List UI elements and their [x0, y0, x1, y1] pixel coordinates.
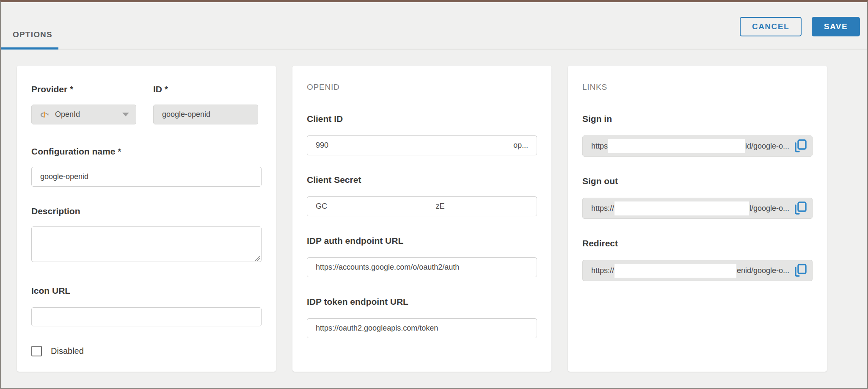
form-content: Provider * OpenId ID *	[1, 50, 867, 372]
description-textarea[interactable]	[31, 226, 262, 262]
sign-out-url-field[interactable]: https:// l/google-o...	[582, 198, 813, 219]
icon-url-label: Icon URL	[31, 286, 262, 296]
redaction-overlay	[614, 264, 736, 278]
client-secret-value-end: zE	[436, 202, 445, 211]
id-input[interactable]	[153, 105, 258, 124]
disabled-checkbox-label: Disabled	[51, 346, 84, 356]
redaction-overlay	[614, 201, 749, 215]
save-button[interactable]: SAVE	[812, 17, 860, 36]
links-section-label: LINKS	[582, 83, 813, 92]
client-id-label: Client ID	[307, 114, 537, 124]
idp-auth-endpoint-label: IDP auth endpoint URL	[307, 236, 537, 246]
toolbar: OPTIONS CANCEL SAVE	[1, 2, 867, 50]
copy-icon	[794, 263, 807, 278]
client-secret-input[interactable]: GC zE	[307, 196, 537, 216]
client-id-value-start: 990	[316, 141, 328, 150]
sign-out-copy-button[interactable]	[794, 201, 808, 216]
sign-in-url-suffix: id/google-o...	[745, 142, 789, 151]
client-secret-value-start: GC	[316, 202, 327, 211]
cancel-button[interactable]: CANCEL	[740, 17, 802, 36]
app-window: OPTIONS CANCEL SAVE Provider *	[0, 0, 868, 389]
configuration-name-input[interactable]	[31, 167, 262, 187]
sign-in-url-field[interactable]: https id/google-o...	[582, 135, 813, 157]
client-id-value-end: op...	[513, 141, 528, 150]
sign-in-url-prefix: https	[591, 142, 608, 151]
provider-label: Provider *	[31, 84, 136, 94]
openid-card: OPENID Client ID 990 op... Client Secret…	[292, 66, 551, 372]
icon-url-input[interactable]	[31, 307, 262, 326]
redirect-copy-button[interactable]	[794, 263, 808, 278]
id-label: ID *	[153, 84, 258, 94]
toolbar-actions: CANCEL SAVE	[740, 17, 860, 36]
sign-out-label: Sign out	[582, 176, 813, 186]
description-label: Description	[31, 206, 262, 216]
copy-icon	[794, 201, 807, 215]
redirect-url-suffix: enid/google-o...	[737, 266, 789, 275]
redaction-overlay	[608, 139, 745, 153]
sign-in-label: Sign in	[582, 114, 813, 124]
sign-in-copy-button[interactable]	[794, 138, 808, 154]
tab-options[interactable]: OPTIONS	[1, 20, 58, 50]
idp-token-endpoint-input[interactable]	[307, 318, 537, 338]
client-id-input[interactable]: 990 op...	[307, 135, 537, 155]
tab-options-label: OPTIONS	[13, 30, 52, 39]
client-secret-label: Client Secret	[307, 175, 537, 185]
copy-icon	[794, 139, 807, 153]
idp-token-endpoint-label: IDP token endpoint URL	[307, 297, 537, 307]
redirect-url-field[interactable]: https:// enid/google-o...	[582, 260, 813, 281]
idp-auth-endpoint-input[interactable]	[307, 257, 537, 277]
provider-value: OpenId	[55, 110, 80, 119]
links-card: LINKS Sign in https id/google-o... Sign …	[568, 66, 827, 372]
provider-select[interactable]: OpenId	[31, 105, 136, 124]
general-card: Provider * OpenId ID *	[17, 66, 276, 372]
configuration-name-label: Configuration name *	[31, 146, 262, 157]
openid-section-label: OPENID	[307, 83, 537, 92]
disabled-checkbox[interactable]	[31, 346, 42, 356]
chevron-down-icon	[122, 113, 129, 116]
redirect-label: Redirect	[582, 238, 813, 248]
active-tab-underline	[1, 47, 58, 50]
openid-icon	[39, 110, 50, 120]
sign-out-url-suffix: l/google-o...	[750, 204, 789, 213]
redirect-url-prefix: https://	[591, 266, 614, 275]
sign-out-url-prefix: https://	[591, 204, 614, 213]
